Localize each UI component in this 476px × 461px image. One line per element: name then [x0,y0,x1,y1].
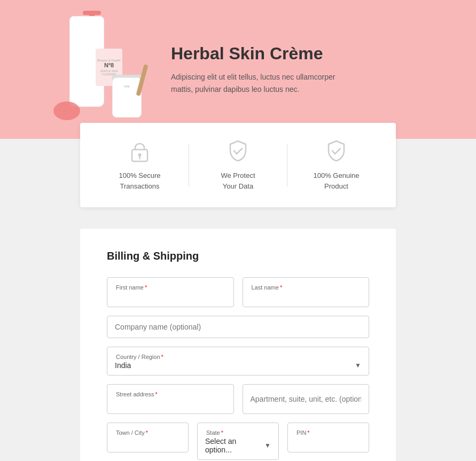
first-name-label: First name* [115,284,147,291]
country-label: Country / Region* [115,354,163,360]
company-field [107,316,369,338]
country-value: India [115,361,131,370]
country-select-row[interactable]: India ▼ [115,361,361,370]
country-field: Country / Region* India ▼ [107,347,369,376]
trust-item-secure: 100% SecureTransactions [91,139,189,191]
state-chevron-icon: ▼ [264,442,271,449]
street-input[interactable] [115,399,226,408]
apt-input[interactable] [243,384,370,414]
trust-section: 100% SecureTransactions We ProtectYour D… [80,123,396,207]
street-wrapper[interactable]: Street address* [107,384,234,414]
country-wrapper[interactable]: Country / Region* India ▼ [107,347,369,376]
product-illustration: Beauty & Health Nº8 GENTLE SKINCLEANSER … [48,11,144,128]
town-input[interactable] [115,437,181,446]
billing-shipping-section: Billing & Shipping First name* Last name… [80,229,396,461]
town-label: Town / City* [115,429,148,436]
first-name-input[interactable] [115,292,226,301]
jar-medium: Nº8 [112,77,142,118]
last-name-wrapper[interactable]: Last name* [243,277,370,307]
city-state-pin-row: Town / City* State* Select an option... … [107,423,369,460]
town-wrapper[interactable]: Town / City* [107,423,189,452]
state-field: State* Select an option... ▼ [197,423,279,460]
apt-field [243,384,370,414]
shield-check-2-icon [324,139,348,163]
last-name-field: Last name* [243,277,370,307]
product-image-area: Beauty & Health Nº8 GENTLE SKINCLEANSER … [43,5,150,134]
town-field: Town / City* [107,423,189,460]
state-placeholder: Select an option... [205,437,264,454]
hero-description: Adipiscing elit ut elit tellus, luctus n… [171,71,353,95]
last-name-label: Last name* [251,284,283,291]
trust-label-protect: We ProtectYour Data [221,170,255,191]
pin-field: PIN* [287,423,369,460]
trust-item-protect: We ProtectYour Data [189,139,287,191]
country-row: Country / Region* India ▼ [107,347,369,376]
hero-section: Beauty & Health Nº8 GENTLE SKINCLEANSER … [0,0,476,139]
country-chevron-icon: ▼ [355,362,361,369]
first-name-wrapper[interactable]: First name* [107,277,234,307]
hero-title: Herbal Skin Crème [171,44,353,64]
company-row [107,316,369,338]
address-row: Street address* [107,384,369,414]
state-select-row[interactable]: Select an option... ▼ [205,437,271,454]
bottle-main: Beauty & Health Nº8 GENTLE SKINCLEANSER [69,16,104,107]
trust-label-genuine: 100% GenuineProduct [313,170,359,191]
pin-wrapper[interactable]: PIN* [287,423,369,452]
company-input[interactable] [107,316,369,338]
street-field: Street address* [107,384,234,414]
trust-label-secure: 100% SecureTransactions [119,170,160,191]
billing-title: Billing & Shipping [107,250,369,262]
shield-check-icon [226,139,250,163]
hero-text: Herbal Skin Crème Adipiscing elit ut eli… [171,44,353,95]
last-name-input[interactable] [251,292,362,301]
page-background: 100% SecureTransactions We ProtectYour D… [0,139,476,461]
trust-item-genuine: 100% GenuineProduct [287,139,385,191]
lock-icon [128,139,152,163]
first-name-field: First name* [107,277,234,307]
jar-small [53,101,80,120]
state-wrapper[interactable]: State* Select an option... ▼ [197,423,279,460]
pin-label: PIN* [295,429,310,436]
state-label: State* [205,429,223,436]
street-label: Street address* [115,391,158,397]
pin-input[interactable] [295,437,361,446]
name-row: First name* Last name* [107,277,369,307]
